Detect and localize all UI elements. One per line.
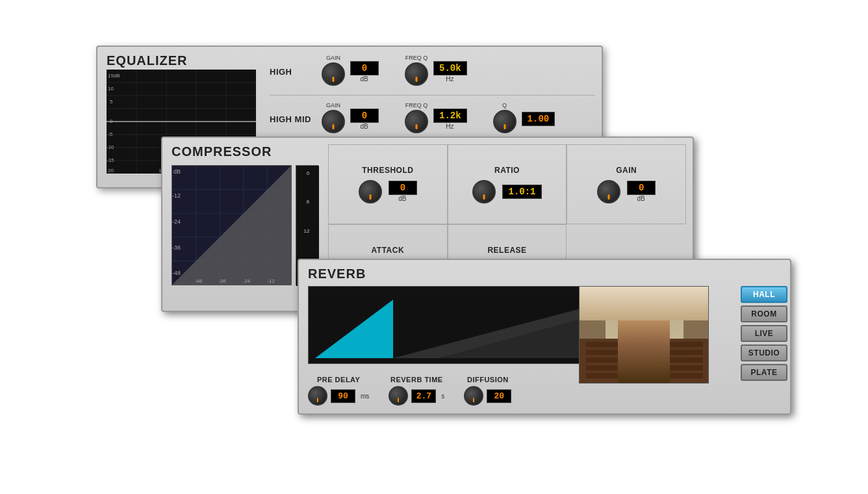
svg-text:6: 6 <box>307 199 310 205</box>
reverb-live-button[interactable]: LIVE <box>741 325 787 342</box>
high-freq-group: FREQ Q 5.0k Hz <box>405 55 467 88</box>
high-freq-label: FREQ Q <box>405 55 428 61</box>
comp-ratio-label: RATIO <box>494 166 520 175</box>
reverb-time-display: 2.7 <box>411 389 436 403</box>
svg-text:-24: -24 <box>172 218 181 225</box>
equalizer-title: EQUALIZER <box>107 53 188 68</box>
reverb-hall-image <box>579 286 709 384</box>
svg-rect-58 <box>580 287 709 384</box>
svg-text:10: 10 <box>108 86 114 92</box>
high-freq-unit: Hz <box>446 75 453 83</box>
svg-text:15dB: 15dB <box>108 73 120 79</box>
reverb-studio-button[interactable]: STUDIO <box>741 344 787 361</box>
svg-point-57 <box>635 317 654 328</box>
reverb-time-group: REVERB TIME 2.7 s <box>389 376 444 406</box>
eq-high-row: HIGH GAIN 0 dB FREQ Q <box>270 55 595 96</box>
comp-threshold-cell: THRESHOLD 0 dB <box>328 144 448 224</box>
highmid-q-knob[interactable] <box>493 110 517 133</box>
reverb-buttons: HALL ROOM LIVE STUDIO PLATE <box>741 286 787 381</box>
reverb-params: PRE DELAY 90 ms REVERB TIME 2.7 s DIFFUS… <box>308 376 511 406</box>
eq-high-label: HIGH <box>270 67 322 77</box>
reverb-plate-button[interactable]: PLATE <box>741 364 787 381</box>
high-freq-display: 5.0k <box>433 61 467 75</box>
highmid-q-label: Q <box>493 102 517 109</box>
highmid-gain-display: 0 <box>350 109 379 123</box>
highmid-gain-label: GAIN <box>322 102 345 109</box>
highmid-gain-knob[interactable] <box>322 110 345 133</box>
pre-delay-group: PRE DELAY 90 ms <box>308 376 369 406</box>
comp-graph: dB -12 -24 -36 -48 -48 -36 -24 -12 <box>172 165 292 285</box>
svg-text:-12: -12 <box>267 278 274 284</box>
comp-gain-cell: GAIN 0 dB <box>567 144 686 224</box>
eq-highmid-label: HIGH MID <box>270 114 322 124</box>
comp-gain-knob[interactable] <box>597 180 620 203</box>
ratio-knob[interactable] <box>472 180 496 203</box>
high-gain-knob[interactable] <box>322 62 345 86</box>
highmid-gain-group: GAIN 0 dB <box>322 102 379 136</box>
svg-text:-24: -24 <box>243 278 251 284</box>
svg-text:5: 5 <box>110 99 113 105</box>
highmid-freq-display: 1.2k <box>433 109 467 123</box>
svg-text:-36: -36 <box>218 278 226 284</box>
svg-text:-12: -12 <box>172 192 181 199</box>
svg-text:0: 0 <box>110 118 113 124</box>
reverb-panel: REVERB <box>298 259 791 415</box>
reverb-title: REVERB <box>308 266 366 281</box>
highmid-freq-group: FREQ Q 1.2k Hz <box>405 102 467 136</box>
highmid-freq-knob[interactable] <box>405 110 428 133</box>
svg-text:-36: -36 <box>172 244 181 251</box>
threshold-unit: dB <box>398 195 406 202</box>
high-gain-group: GAIN 0 dB <box>322 55 379 88</box>
highmid-freq-label: FREQ Q <box>405 102 428 109</box>
plugin-container: EQUALIZER 15dB 10 <box>77 26 791 468</box>
svg-rect-50 <box>625 313 664 339</box>
comp-attack-label: ATTACK <box>372 246 405 255</box>
svg-text:dB: dB <box>173 168 181 175</box>
highmid-q-group: Q 1.00 <box>493 102 555 136</box>
compressor-title: COMPRESSOR <box>172 144 272 159</box>
pre-delay-display: 90 <box>331 389 355 403</box>
highmid-freq-unit: Hz <box>446 123 453 130</box>
svg-text:-48: -48 <box>172 270 181 276</box>
threshold-knob[interactable] <box>359 180 382 203</box>
comp-ratio-cell: RATIO 1.0:1 <box>448 144 567 224</box>
high-gain-unit: dB <box>360 75 368 83</box>
comp-threshold-label: THRESHOLD <box>362 166 413 175</box>
diffusion-label: DIFFUSION <box>467 376 509 384</box>
highmid-gain-unit: dB <box>360 123 368 130</box>
diffusion-knob[interactable] <box>464 386 483 406</box>
svg-text:-10: -10 <box>107 144 114 150</box>
svg-text:12: 12 <box>304 228 310 234</box>
pre-delay-label: PRE DELAY <box>317 376 360 384</box>
reverb-hall-button[interactable]: HALL <box>741 286 787 303</box>
high-gain-display: 0 <box>350 61 379 75</box>
ratio-display: 1.0:1 <box>502 185 541 199</box>
threshold-display: 0 <box>389 181 417 195</box>
comp-gain-unit: dB <box>637 195 645 202</box>
reverb-time-label: REVERB TIME <box>390 376 443 384</box>
diffusion-display: 20 <box>487 389 511 403</box>
svg-text:-15: -15 <box>107 157 114 163</box>
high-gain-label: GAIN <box>322 55 345 61</box>
hall-simulation <box>580 287 708 383</box>
reverb-time-unit: s <box>441 393 444 400</box>
svg-text:20: 20 <box>108 168 114 174</box>
pre-delay-unit: ms <box>361 393 369 400</box>
comp-gain-label: GAIN <box>616 166 637 175</box>
svg-text:-5: -5 <box>108 131 113 137</box>
comp-gain-display: 0 <box>627 181 656 195</box>
comp-release-label: RELEASE <box>487 246 526 255</box>
diffusion-group: DIFFUSION 20 <box>464 376 511 406</box>
eq-controls: HIGH GAIN 0 dB FREQ Q <box>270 55 595 149</box>
highmid-q-display: 1.00 <box>522 112 555 126</box>
svg-text:0: 0 <box>307 170 310 176</box>
high-freq-knob[interactable] <box>405 62 428 86</box>
svg-text:-48: -48 <box>195 278 203 284</box>
reverb-time-knob[interactable] <box>389 386 408 406</box>
reverb-room-button[interactable]: ROOM <box>741 306 787 322</box>
pre-delay-knob[interactable] <box>308 386 327 406</box>
